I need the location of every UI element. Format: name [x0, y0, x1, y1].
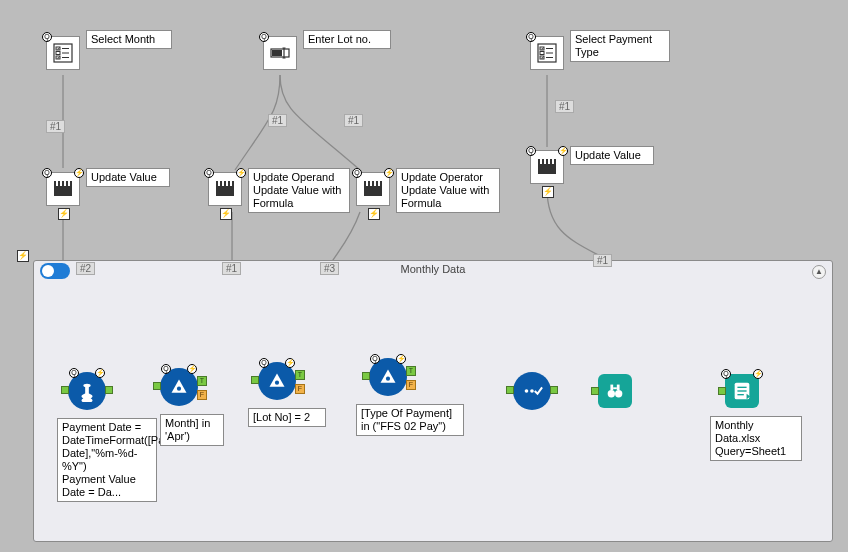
- q-badge: Q: [259, 358, 269, 368]
- container-port-label: #1: [593, 254, 612, 267]
- action-update-operand-label: Update Operand Update Value with Formula: [248, 168, 350, 213]
- connector-label: #1: [46, 120, 65, 133]
- false-anchor[interactable]: F: [197, 390, 207, 400]
- svg-rect-24: [54, 186, 72, 196]
- select-icon: [521, 380, 543, 402]
- tool-select-month[interactable]: Q: [46, 36, 80, 70]
- tool-select-month-label: Select Month: [86, 30, 172, 49]
- event-out-badge: ⚡: [220, 208, 232, 220]
- bolt-badge: ⚡: [384, 168, 394, 178]
- action-update-operator[interactable]: Q ⚡ ⚡: [356, 172, 390, 206]
- svg-point-46: [275, 381, 279, 385]
- output-anchor[interactable]: [105, 386, 113, 394]
- svg-point-47: [386, 377, 390, 381]
- event-out-badge: ⚡: [58, 208, 70, 220]
- action-update-operand[interactable]: Q ⚡ ⚡: [208, 172, 242, 206]
- bolt-badge: ⚡: [95, 368, 105, 378]
- event-out-badge: ⚡: [542, 186, 554, 198]
- container-port-label: #1: [222, 262, 241, 275]
- svg-rect-23: [68, 181, 70, 186]
- input-anchor[interactable]: [251, 376, 259, 384]
- connector-label: #1: [268, 114, 287, 127]
- svg-rect-52: [610, 385, 613, 391]
- q-badge: Q: [526, 146, 536, 156]
- svg-rect-54: [613, 387, 617, 389]
- svg-rect-38: [540, 159, 542, 164]
- tool-output-annotation: Monthly Data.xlsx Query=Sheet1: [710, 416, 802, 461]
- q-badge: Q: [259, 32, 269, 42]
- svg-rect-28: [226, 181, 228, 186]
- container-port-label: #3: [320, 262, 339, 275]
- true-anchor[interactable]: T: [197, 376, 207, 386]
- svg-point-50: [608, 390, 615, 397]
- true-anchor[interactable]: T: [295, 370, 305, 380]
- svg-rect-33: [370, 181, 372, 186]
- action-update-value-2[interactable]: Q ⚡ ⚡: [530, 150, 564, 184]
- tool-filter-month[interactable]: Q ⚡ T F: [160, 368, 198, 406]
- event-badge: ⚡: [17, 250, 29, 262]
- svg-point-49: [530, 389, 534, 393]
- bolt-badge: ⚡: [753, 369, 763, 379]
- svg-rect-2: [56, 52, 60, 55]
- output-icon: [731, 380, 753, 402]
- false-anchor[interactable]: F: [295, 384, 305, 394]
- tool-enter-lot-label: Enter Lot no.: [303, 30, 391, 49]
- q-badge: Q: [69, 368, 79, 378]
- tool-formula-annotation: Payment Date = DateTimeFormat([Payment D…: [57, 418, 157, 502]
- input-anchor[interactable]: [153, 382, 161, 390]
- tool-filter-lot[interactable]: Q ⚡ T F: [258, 362, 296, 400]
- action-update-value-1[interactable]: Q ⚡ ⚡: [46, 172, 80, 206]
- bolt-badge: ⚡: [285, 358, 295, 368]
- false-anchor[interactable]: F: [406, 380, 416, 390]
- container-toggle[interactable]: [40, 263, 70, 279]
- tool-select-payment[interactable]: Q: [530, 36, 564, 70]
- tool-output-data[interactable]: Q ⚡: [725, 374, 759, 408]
- container-port-label: #2: [76, 262, 95, 275]
- input-anchor[interactable]: [506, 386, 514, 394]
- tool-enter-lot[interactable]: Q: [263, 36, 297, 70]
- q-badge: Q: [204, 168, 214, 178]
- true-anchor[interactable]: T: [406, 366, 416, 376]
- tool-filter-month-annotation: Month] in 'Apr'): [160, 414, 224, 446]
- container-collapse-button[interactable]: ▲: [812, 265, 826, 279]
- action-update-value-2-label: Update Value: [570, 146, 654, 165]
- connector-label: #1: [344, 114, 363, 127]
- svg-point-48: [525, 389, 529, 393]
- bolt-badge: ⚡: [236, 168, 246, 178]
- textbox-icon: [268, 41, 292, 65]
- svg-rect-39: [544, 159, 546, 164]
- dropdown-icon: [51, 41, 75, 65]
- formula-icon: [76, 380, 98, 402]
- filter-icon: [378, 367, 398, 387]
- action-icon: [51, 177, 75, 201]
- q-badge: Q: [42, 32, 52, 42]
- input-anchor[interactable]: [718, 387, 726, 395]
- action-update-value-1-label: Update Value: [86, 168, 170, 187]
- tool-filter-payment-annotation: [Type Of Payment] in ("FFS 02 Pay"): [356, 404, 464, 436]
- svg-rect-26: [218, 181, 220, 186]
- q-badge: Q: [370, 354, 380, 364]
- input-anchor[interactable]: [591, 387, 599, 395]
- tool-filter-payment[interactable]: Q ⚡ T F: [369, 358, 407, 396]
- browse-icon: [604, 380, 626, 402]
- svg-rect-20: [56, 181, 58, 186]
- q-badge: Q: [721, 369, 731, 379]
- tool-formula[interactable]: Q ⚡: [68, 372, 106, 410]
- output-anchor[interactable]: [550, 386, 558, 394]
- q-badge: Q: [42, 168, 52, 178]
- bolt-badge: ⚡: [74, 168, 84, 178]
- event-out-badge: ⚡: [368, 208, 380, 220]
- svg-rect-32: [366, 181, 368, 186]
- action-icon: [361, 177, 385, 201]
- input-anchor[interactable]: [362, 372, 370, 380]
- svg-rect-14: [540, 52, 544, 55]
- container-title: Monthly Data: [34, 263, 832, 275]
- tool-select[interactable]: [513, 372, 551, 410]
- bolt-badge: ⚡: [558, 146, 568, 156]
- action-icon: [213, 177, 237, 201]
- svg-rect-42: [538, 164, 556, 174]
- tool-browse[interactable]: [598, 374, 632, 408]
- svg-point-44: [83, 384, 90, 388]
- input-anchor[interactable]: [61, 386, 69, 394]
- q-badge: Q: [352, 168, 362, 178]
